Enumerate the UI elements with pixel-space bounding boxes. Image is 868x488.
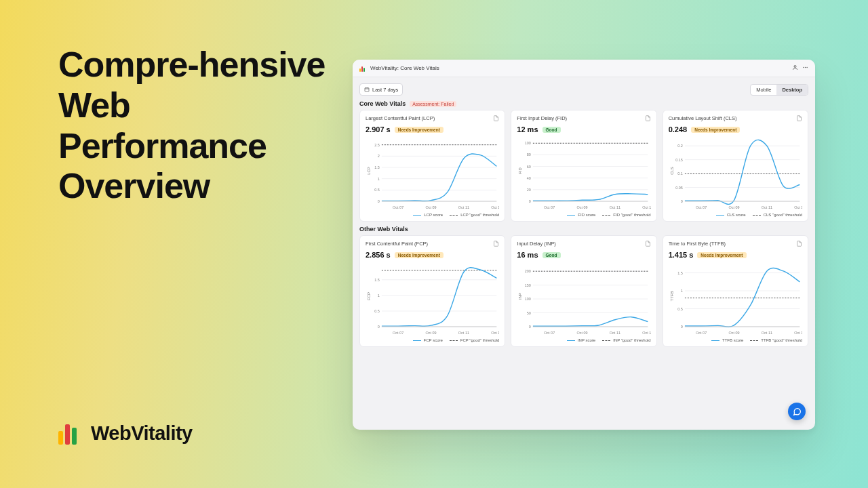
svg-text:Oct 07: Oct 07 [393, 205, 403, 209]
svg-text:0.5: 0.5 [374, 309, 380, 313]
svg-text:60: 60 [527, 165, 531, 169]
svg-text:Oct 07: Oct 07 [696, 205, 707, 209]
svg-text:Oct 09: Oct 09 [728, 331, 739, 335]
svg-text:0: 0 [529, 199, 531, 203]
chart-legend: FCP score FCP "good" threshold [366, 338, 499, 342]
metric-title: Time to First Byte (TTFB) [669, 241, 726, 247]
metric-card-cls: Cumulative Layout Shift (CLS) 0.248 Need… [663, 110, 808, 222]
svg-text:CLS: CLS [670, 167, 674, 175]
help-fab[interactable] [788, 403, 806, 420]
status-badge: Needs Improvement [395, 252, 443, 258]
svg-text:Oct 11: Oct 11 [610, 205, 620, 209]
doc-icon[interactable] [796, 241, 802, 248]
brand-name: WebVitality [91, 422, 193, 445]
metric-card-fcp: First Contentful Paint (FCP) 2.856 s Nee… [359, 235, 505, 347]
svg-text:50: 50 [527, 311, 531, 315]
svg-point-1 [803, 67, 804, 68]
device-toggle-desktop[interactable]: Desktop [776, 85, 808, 95]
section-core: Core Web Vitals Assessment: Failed Large… [353, 98, 815, 222]
svg-text:Oct 09: Oct 09 [577, 205, 588, 209]
svg-text:Oct 09: Oct 09 [425, 205, 436, 209]
metric-value: 2.856 s [366, 251, 391, 259]
svg-text:0: 0 [529, 325, 531, 329]
chart-legend: FID score FID "good" threshold [517, 213, 650, 217]
device-toggle-mobile[interactable]: Mobile [751, 85, 776, 95]
metric-card-ttfb: Time to First Byte (TTFB) 1.415 s Needs … [663, 235, 808, 347]
more-icon[interactable] [802, 64, 808, 72]
svg-point-2 [805, 67, 806, 68]
chart-legend: TTFB score TTFB "good" threshold [669, 338, 802, 342]
metric-value: 12 ms [517, 125, 538, 134]
date-range-picker[interactable]: Last 7 days [359, 83, 403, 96]
svg-text:0: 0 [378, 199, 380, 203]
brand-bars-icon [58, 422, 81, 445]
svg-text:0.1: 0.1 [677, 171, 683, 176]
svg-text:Oct 09: Oct 09 [577, 331, 588, 335]
status-badge: Good [542, 252, 561, 258]
svg-text:Oct 13: Oct 13 [643, 205, 651, 209]
chart-legend: INP score INP "good" threshold [517, 338, 650, 342]
metric-card-fid: First Input Delay (FID) 12 ms Good 02040… [511, 110, 656, 222]
doc-icon[interactable] [645, 115, 651, 123]
status-badge: Needs Improvement [395, 127, 443, 133]
svg-text:Oct 11: Oct 11 [762, 205, 772, 209]
svg-text:Oct 13: Oct 13 [491, 331, 499, 335]
status-badge: Needs Improvement [691, 127, 740, 133]
svg-text:Oct 09: Oct 09 [425, 331, 436, 335]
app-topbar: WebVitality: Core Web Vitals [353, 60, 815, 77]
svg-text:0.5: 0.5 [677, 307, 683, 311]
svg-text:1.5: 1.5 [374, 165, 380, 169]
svg-text:Oct 07: Oct 07 [544, 205, 555, 209]
svg-text:2.5: 2.5 [374, 143, 380, 147]
svg-text:TTFB: TTFB [670, 291, 674, 302]
svg-text:Oct 09: Oct 09 [728, 205, 739, 209]
svg-text:100: 100 [525, 141, 531, 145]
svg-text:LCP: LCP [367, 167, 371, 175]
brand-lockup: WebVitality [58, 422, 193, 445]
svg-text:Oct 11: Oct 11 [610, 331, 620, 335]
metric-title: Largest Contentful Paint (LCP) [366, 115, 435, 121]
svg-text:INP: INP [518, 293, 522, 300]
svg-text:200: 200 [525, 269, 531, 273]
section-other-title: Other Web Vitals [359, 226, 408, 232]
svg-text:0.15: 0.15 [675, 158, 683, 162]
toolbar: Last 7 days Mobile Desktop [353, 77, 815, 98]
svg-point-3 [806, 67, 807, 68]
svg-text:Oct 13: Oct 13 [643, 331, 651, 335]
date-range-label: Last 7 days [372, 87, 398, 93]
assessment-badge: Assessment: Failed [410, 101, 456, 107]
doc-icon[interactable] [493, 115, 499, 123]
svg-text:1.5: 1.5 [374, 278, 380, 282]
chart-inp: 050100150200 INP Oct 07Oct 09Oct 11Oct 1… [517, 263, 650, 336]
svg-text:Oct 13: Oct 13 [491, 205, 499, 209]
svg-text:Oct 13: Oct 13 [794, 331, 802, 335]
chart-lcp: 00.511.522.5 LCP Oct 07Oct 09Oct 11Oct 1… [366, 138, 499, 211]
app-window: WebVitality: Core Web Vitals Last 7 days… [353, 60, 815, 430]
svg-text:0: 0 [378, 325, 380, 329]
svg-text:0.5: 0.5 [374, 188, 380, 192]
status-badge: Good [542, 127, 561, 133]
svg-text:Oct 11: Oct 11 [458, 205, 469, 209]
svg-text:0.05: 0.05 [675, 186, 683, 190]
metric-card-lcp: Largest Contentful Paint (LCP) 2.907 s N… [359, 110, 505, 222]
svg-text:Oct 07: Oct 07 [544, 331, 555, 335]
svg-text:1: 1 [378, 293, 380, 298]
status-badge: Needs Improvement [697, 252, 746, 258]
svg-text:1: 1 [681, 289, 683, 293]
user-icon[interactable] [792, 64, 798, 72]
chart-cls: 00.050.10.150.2 CLS Oct 07Oct 09Oct 11Oc… [669, 138, 802, 211]
metric-value: 1.415 s [669, 251, 694, 259]
doc-icon[interactable] [493, 241, 499, 248]
svg-text:Oct 11: Oct 11 [458, 331, 469, 335]
metric-title: Cumulative Layout Shift (CLS) [669, 115, 737, 121]
doc-icon[interactable] [645, 241, 651, 248]
page-title: WebVitality: Core Web Vitals [370, 65, 439, 71]
metric-value: 2.907 s [366, 125, 391, 134]
svg-text:Oct 07: Oct 07 [696, 331, 707, 335]
metric-value: 16 ms [517, 251, 538, 259]
doc-icon[interactable] [796, 115, 802, 123]
svg-text:2: 2 [378, 154, 380, 158]
section-other: Other Web Vitals First Contentful Paint … [353, 223, 815, 347]
hero-headline: Compre-hensive Web Performance Overview [58, 45, 336, 207]
svg-text:100: 100 [525, 297, 531, 301]
